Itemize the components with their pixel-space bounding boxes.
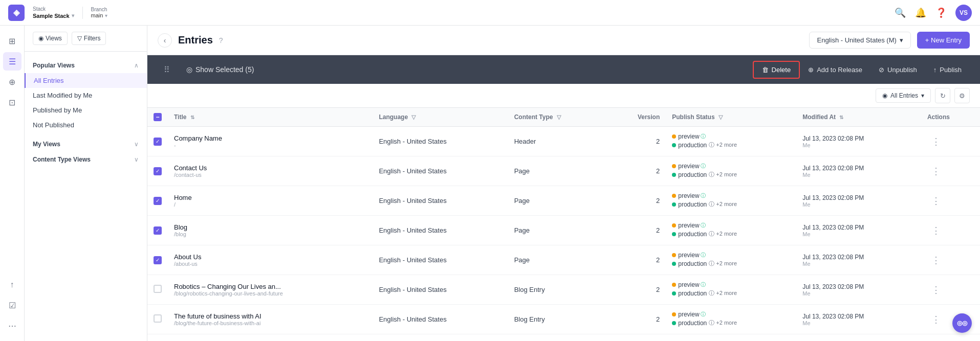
row-actions-menu[interactable]: ⋮ (927, 166, 945, 176)
branch-selector[interactable]: Branch main ▾ (91, 7, 108, 18)
sidebar-item-last-modified[interactable]: Last Modified by Me (25, 88, 147, 103)
content-type-views-chevron: ∨ (134, 156, 139, 163)
sidebar-icon-layers[interactable]: ⊕ (3, 73, 21, 91)
sidebar-item-not-published[interactable]: Not Published (25, 118, 147, 132)
entry-language: English - United States (379, 167, 446, 175)
modified-sort-icon[interactable]: ⇅ (839, 115, 843, 120)
search-icon[interactable]: 🔍 (894, 7, 906, 19)
row-actions-menu[interactable]: ⋮ (927, 255, 945, 265)
my-views-chevron: ∨ (134, 141, 139, 148)
entry-url: / (174, 201, 366, 208)
new-entry-button[interactable]: + New Entry (917, 32, 970, 49)
col-checkbox: − (147, 108, 168, 127)
modified-by: Me (802, 290, 915, 297)
row-actions-menu[interactable]: ⋮ (927, 225, 945, 236)
filters-button[interactable]: ▽ Filters (72, 32, 106, 45)
row-checkbox[interactable]: ✓ (154, 138, 162, 146)
left-panel-content: Popular Views ∧ All Entries Last Modifie… (25, 52, 147, 341)
add-to-release-button[interactable]: ⊕ Add to Release (800, 62, 870, 78)
refresh-button[interactable]: ↻ (935, 88, 950, 103)
table-settings-button[interactable]: ⚙ (954, 88, 970, 103)
row-checkbox[interactable] (154, 314, 162, 323)
sidebar-icon-database[interactable]: ⊡ (3, 93, 21, 111)
stack-selector[interactable]: Stack Sample Stack ▾ (33, 6, 74, 19)
modified-date: Jul 13, 2023 02:08 PM (802, 135, 915, 142)
preview-info-icon: ⓘ (701, 281, 706, 288)
modified-date: Jul 13, 2023 02:08 PM (802, 224, 915, 231)
bell-icon[interactable]: 🔔 (914, 7, 927, 19)
user-avatar[interactable]: VS (955, 5, 972, 21)
entries-help-icon[interactable]: ? (219, 36, 223, 44)
sidebar-icon-list[interactable]: ☰ (3, 52, 21, 71)
row-actions-menu[interactable]: ⋮ (927, 314, 945, 325)
entry-actions: ⋮ (921, 186, 980, 216)
main-content: ‹ Entries ? English - United States (M) … (147, 26, 980, 341)
row-actions-menu[interactable]: ⋮ (927, 137, 945, 147)
language-filter-icon[interactable]: ▽ (411, 114, 416, 120)
user-menu-avatar[interactable]: ◎◎ (952, 313, 972, 333)
row-checkbox[interactable]: ✓ (154, 197, 162, 205)
select-all-checkbox[interactable]: − (154, 113, 162, 121)
views-button[interactable]: ◉ Views (33, 32, 68, 45)
show-selected-button[interactable]: ◎ Show Selected (5) (176, 55, 264, 84)
row-checkbox[interactable]: ✓ (154, 226, 162, 235)
app-logo[interactable]: ◈ (8, 5, 25, 21)
col-actions: Actions (921, 108, 980, 127)
row-checkbox[interactable]: ✓ (154, 167, 162, 175)
modified-date: Jul 13, 2023 02:08 PM (802, 283, 915, 290)
language-selector[interactable]: English - United States (M) ▾ (809, 32, 910, 49)
modified-by: Me (802, 201, 915, 208)
drag-handle-icon[interactable]: ⠿ (158, 65, 176, 75)
all-entries-filter[interactable]: ◉ All Entries ▾ (876, 88, 931, 103)
sidebar-icon-network[interactable]: ⋯ (3, 316, 21, 335)
left-panel-toolbar: ◉ Views ▽ Filters (25, 26, 147, 52)
preview-info-icon: ⓘ (701, 133, 706, 140)
sidebar-icon-checkbox[interactable]: ☑ (3, 296, 21, 314)
table-controls: ◉ All Entries ▾ ↻ ⚙ (147, 84, 980, 108)
title-sort-icon[interactable]: ⇅ (190, 115, 194, 120)
entry-content-type: Page (514, 226, 530, 234)
entry-actions: ⋮ (921, 275, 980, 305)
row-actions-menu[interactable]: ⋮ (927, 196, 945, 206)
entry-language: English - United States (379, 197, 446, 204)
entry-publish-status: previewⓘ productionⓘ +2 more (666, 156, 796, 186)
stack-label: Stack (33, 6, 74, 12)
sidebar-item-published-by-me[interactable]: Published by Me (25, 103, 147, 118)
entry-url: /blog (174, 231, 366, 237)
branch-value: main ▾ (91, 12, 108, 18)
my-views-header[interactable]: My Views ∨ (25, 137, 147, 152)
publish-button[interactable]: ↑ Publish (925, 62, 970, 78)
sidebar-icon-grid[interactable]: ⊞ (3, 32, 21, 50)
entry-title: About Us (174, 253, 366, 261)
lang-chevron-icon: ▾ (900, 36, 903, 44)
delete-button[interactable]: 🗑 Delete (753, 61, 800, 79)
unpublish-icon: ⊘ (879, 66, 884, 74)
entry-content-type: Header (514, 138, 536, 145)
col-title: Title ⇅ (168, 108, 373, 127)
action-bar: ⠿ ◎ Show Selected (5) 🗑 Delete ⊕ Add to … (147, 55, 980, 84)
publish-status-filter-icon[interactable]: ▽ (718, 114, 723, 120)
entry-title: Blog (174, 223, 366, 231)
table-body: ✓Company Name-English - United StatesHea… (147, 127, 980, 334)
modified-by: Me (802, 231, 915, 237)
sidebar-item-all-entries[interactable]: All Entries (25, 73, 147, 88)
unpublish-button[interactable]: ⊘ Unpublish (870, 62, 925, 78)
back-button[interactable]: ‹ (158, 33, 172, 48)
popular-views-header[interactable]: Popular Views ∧ (25, 58, 147, 73)
help-icon[interactable]: ❓ (935, 7, 947, 19)
content-type-filter-icon[interactable]: ▽ (557, 114, 561, 120)
content-type-views-header[interactable]: Content Type Views ∨ (25, 152, 147, 167)
preview-status: preview (678, 281, 699, 288)
row-checkbox[interactable] (154, 285, 162, 293)
entry-modified-at: Jul 13, 2023 02:08 PMMe (796, 216, 921, 245)
production-status: production (678, 231, 707, 238)
sidebar-icon-upload[interactable]: ↑ (3, 276, 21, 294)
row-checkbox[interactable]: ✓ (154, 256, 162, 264)
row-actions-menu[interactable]: ⋮ (927, 285, 945, 295)
preview-info-icon: ⓘ (701, 222, 706, 229)
production-status: production (678, 290, 707, 297)
entry-url: /about-us (174, 261, 366, 267)
preview-status: preview (678, 252, 699, 259)
modified-date: Jul 13, 2023 02:08 PM (802, 194, 915, 201)
entry-language: English - United States (379, 226, 446, 234)
